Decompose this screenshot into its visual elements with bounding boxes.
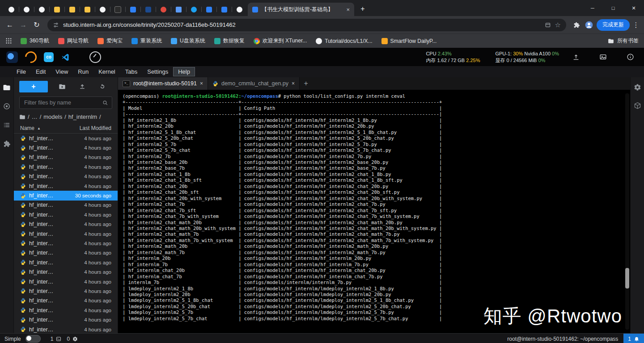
table-of-contents-icon[interactable]: [3, 121, 11, 129]
reload-icon[interactable]: ↻: [30, 21, 43, 29]
document-tab[interactable]: demo_cmmlu_chat_gen.py ×: [208, 77, 300, 90]
file-list-item[interactable]: hf_inter… 4 hours ago: [14, 325, 118, 333]
name-column-header[interactable]: Name: [20, 125, 34, 131]
bookmark-star-icon[interactable]: ☆: [555, 21, 561, 29]
url-text[interactable]: studio.intern-ai.org.cn/console/trinity/…: [63, 21, 541, 28]
code-server-logo[interactable]: co: [44, 52, 54, 62]
kernel-count[interactable]: 0: [67, 336, 78, 342]
browser-tab[interactable]: [4, 3, 19, 16]
menubar-item[interactable]: Kernel: [93, 67, 120, 76]
file-list-item[interactable]: hf_inter… 30 seconds ago: [14, 191, 118, 200]
browser-tab[interactable]: [19, 3, 34, 16]
bookmark-item[interactable]: SmartFlow DailyP...: [377, 37, 441, 46]
vscode-logo[interactable]: [61, 53, 70, 62]
browser-tab[interactable]: [64, 3, 80, 16]
upload-icon[interactable]: [79, 83, 86, 90]
add-tab-button[interactable]: +: [300, 77, 312, 90]
file-list-item[interactable]: hf_inter… 4 hours ago: [14, 286, 118, 296]
sort-ascending-icon[interactable]: ▲: [37, 126, 41, 130]
back-icon[interactable]: ←: [4, 21, 16, 29]
file-list-item[interactable]: hf_inter… 4 hours ago: [14, 172, 118, 181]
breadcrumb-segment[interactable]: /: [28, 113, 30, 120]
browser-tab[interactable]: [171, 3, 186, 16]
file-list-item[interactable]: hf_inter… 4 hours ago: [14, 315, 118, 324]
breadcrumb-segment[interactable]: /: [64, 113, 66, 120]
menubar-item[interactable]: Help: [173, 67, 195, 76]
image-icon[interactable]: [599, 53, 607, 61]
maximize-icon[interactable]: □: [603, 0, 623, 16]
file-list-item[interactable]: hf_inter… 4 hours ago: [14, 258, 118, 267]
file-list-item[interactable]: hf_inter… 4 hours ago: [14, 248, 118, 258]
bookmark-item[interactable]: 爱淘宝: [93, 36, 127, 46]
bookmark-item[interactable]: 网址导航: [54, 36, 93, 46]
file-list-item[interactable]: hf_inter… 4 hours ago: [14, 267, 118, 276]
file-list-item[interactable]: hf_inter… 4 hours ago: [14, 220, 118, 229]
extension-manager-icon[interactable]: [3, 140, 11, 148]
terminal-panel[interactable]: (opencompass) root@intern-studio-5019146…: [118, 90, 630, 333]
forward-icon[interactable]: →: [17, 21, 30, 29]
bookmark-item[interactable]: 360导航: [17, 36, 53, 46]
menubar-item[interactable]: File: [12, 67, 31, 76]
browser-tab[interactable]: [140, 3, 156, 16]
file-list-item[interactable]: hf_inter… 4 hours ago: [14, 296, 118, 305]
close-icon[interactable]: ×: [200, 80, 203, 87]
terminal-scrollbar[interactable]: [625, 93, 629, 330]
browser-menu-icon[interactable]: ⋮: [631, 21, 640, 29]
folder-icon[interactable]: [19, 114, 25, 120]
internstudio-logo[interactable]: [6, 51, 18, 63]
chrome-update-button[interactable]: 完成更新: [597, 19, 630, 31]
notification-badge[interactable]: 1: [623, 334, 644, 343]
info-icon[interactable]: [627, 53, 634, 61]
close-icon[interactable]: ×: [346, 6, 350, 13]
browser-tab[interactable]: [125, 3, 140, 16]
menubar-item[interactable]: Edit: [31, 67, 51, 76]
save-card-icon[interactable]: [545, 22, 551, 28]
minimize-icon[interactable]: ─: [582, 0, 603, 16]
menubar-item[interactable]: Settings: [142, 67, 173, 76]
apps-grid-icon[interactable]: [5, 38, 12, 44]
running-kernels-icon[interactable]: [3, 102, 11, 110]
browser-tab[interactable]: [232, 3, 247, 16]
bookmark-item[interactable]: 数据恢复: [210, 36, 249, 46]
menubar-item[interactable]: Tabs: [120, 67, 142, 76]
file-list-item[interactable]: hf_inter… 4 hours ago: [14, 210, 118, 219]
bookmark-item[interactable]: 重装系统: [127, 36, 166, 46]
breadcrumb-segment[interactable]: …: [32, 113, 38, 120]
cube-icon[interactable]: [634, 102, 641, 109]
all-bookmarks-button[interactable]: 所有书签: [608, 37, 639, 45]
browser-tab[interactable]: [80, 3, 95, 16]
browser-tab[interactable]: [110, 3, 125, 16]
file-browser-icon[interactable]: [3, 84, 11, 92]
address-bar[interactable]: studio.intern-ai.org.cn/console/trinity/…: [47, 19, 566, 31]
menubar-item[interactable]: View: [51, 67, 73, 76]
file-list-item[interactable]: hf_inter… 4 hours ago: [14, 134, 118, 143]
bookmark-item[interactable]: Tutorial/docs/L1/X...: [312, 37, 376, 46]
close-window-icon[interactable]: ✕: [623, 0, 644, 16]
bookmark-item[interactable]: 欢迎来到 XTuner...: [250, 36, 311, 46]
new-folder-icon[interactable]: [59, 83, 66, 90]
menubar-item[interactable]: Run: [73, 67, 93, 76]
document-tab[interactable]: >_ root@intern-studio-50191 ×: [118, 77, 208, 90]
profile-avatar[interactable]: [583, 21, 595, 29]
breadcrumb-segment[interactable]: /: [99, 113, 101, 120]
browser-tab[interactable]: [186, 3, 201, 16]
file-list-item[interactable]: hf_inter… 4 hours ago: [14, 181, 118, 191]
file-list-item[interactable]: hf_inter… 4 hours ago: [14, 153, 118, 162]
breadcrumb-segment[interactable]: /: [40, 113, 42, 120]
browser-tab[interactable]: [156, 3, 171, 16]
breadcrumb-segment[interactable]: hf_internlm: [68, 113, 97, 120]
browser-tab[interactable]: [216, 3, 232, 16]
extensions-icon[interactable]: [571, 21, 582, 29]
site-settings-icon[interactable]: [53, 22, 59, 28]
simple-mode-toggle[interactable]: [25, 335, 41, 343]
browser-tab[interactable]: [201, 3, 216, 16]
close-icon[interactable]: ×: [292, 80, 295, 87]
modified-column-header[interactable]: Last Modified: [80, 125, 111, 131]
terminal-count[interactable]: 1: [51, 336, 62, 342]
file-list-item[interactable]: hf_inter… 4 hours ago: [14, 238, 118, 248]
browser-tab[interactable]: [95, 3, 110, 16]
file-list-item[interactable]: hf_inter… 4 hours ago: [14, 201, 118, 210]
file-list-item[interactable]: hf_inter… 4 hours ago: [14, 162, 118, 172]
breadcrumb-segment[interactable]: models: [43, 113, 62, 120]
opencompass-logo[interactable]: [23, 49, 39, 65]
